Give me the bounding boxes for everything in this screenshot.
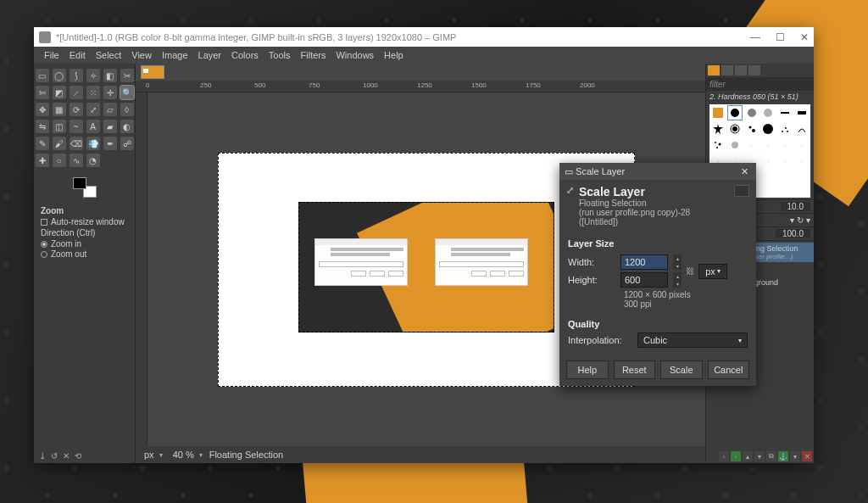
history-tab-icon[interactable]	[748, 65, 760, 75]
dialog-titlebar[interactable]: ▭ Scale Layer ✕	[559, 163, 756, 180]
zoom-selector[interactable]: 40 %▾	[170, 450, 203, 460]
clone-tool-icon[interactable]: ☍	[120, 137, 134, 150]
bucket-tool-icon[interactable]: ▰	[103, 120, 117, 133]
brush-thumb[interactable]: ·	[777, 137, 793, 153]
brush-thumb[interactable]	[743, 105, 760, 120]
interpolation-select[interactable]: Cubic▾	[637, 333, 748, 348]
new-group-icon[interactable]: ▫	[731, 451, 741, 461]
unit-selector[interactable]: px▾	[141, 450, 163, 460]
brush-thumb[interactable]	[727, 105, 743, 120]
fuzzy-select-tool-icon[interactable]: ✧	[86, 69, 100, 82]
menu-view[interactable]: View	[128, 48, 155, 62]
heal-tool-icon[interactable]: ✚	[36, 154, 49, 167]
align-tool-icon[interactable]: ▦	[53, 103, 66, 116]
brush-thumb[interactable]	[710, 105, 726, 120]
zoom-in-radio[interactable]: Zoom in	[41, 239, 128, 249]
dialog-close-button[interactable]: ✕	[737, 166, 751, 177]
text-tool-icon[interactable]: A	[86, 120, 100, 133]
brush-thumb[interactable]	[760, 105, 776, 120]
scale-tool-icon[interactable]: ⤢	[86, 103, 100, 116]
window-minimize-button[interactable]: —	[750, 31, 760, 43]
cage-tool-icon[interactable]: ◫	[53, 120, 66, 133]
brush-thumb[interactable]	[710, 137, 726, 153]
brush-thumb[interactable]	[760, 121, 776, 137]
brush-thumb[interactable]: ·	[743, 137, 760, 153]
smudge-tool-icon[interactable]: ∿	[70, 154, 83, 167]
zoom-out-radio[interactable]: Zoom out	[41, 249, 128, 259]
brush-thumb[interactable]: ·	[760, 154, 776, 169]
flip-tool-icon[interactable]: ⇋	[36, 120, 49, 133]
menu-filters[interactable]: Filters	[298, 48, 330, 62]
delete-layer-icon[interactable]: ✕	[802, 451, 812, 461]
brush-filter-input[interactable]: filter	[706, 77, 814, 91]
foreground-tool-icon[interactable]: ◩	[53, 86, 66, 99]
measure-tool-icon[interactable]: ✛	[103, 86, 117, 99]
help-button[interactable]: Help	[566, 360, 609, 379]
move-tool-icon[interactable]: ✥	[36, 103, 49, 116]
brush-thumb[interactable]	[743, 121, 760, 137]
horizontal-ruler[interactable]: 0 250 500 750 1000 1250 1500 1750 2000	[136, 81, 705, 92]
menu-select[interactable]: Select	[92, 48, 125, 62]
window-titlebar[interactable]: *[Untitled]-1.0 (RGB color 8-bit gamma i…	[34, 27, 814, 47]
brush-thumb[interactable]	[777, 121, 793, 137]
dialog-reset-icon[interactable]	[734, 185, 749, 197]
brush-thumb[interactable]	[727, 121, 743, 137]
new-layer-icon[interactable]: ▫	[719, 451, 729, 461]
menu-file[interactable]: File	[41, 48, 63, 62]
floating-selection-layer[interactable]	[298, 202, 554, 333]
brush-thumb[interactable]: ·	[793, 154, 810, 169]
brush-thumb[interactable]: ·	[777, 154, 793, 169]
zoom-tool-icon[interactable]: 🔍	[120, 86, 134, 99]
unit-select[interactable]: px▾	[698, 264, 727, 279]
shear-tool-icon[interactable]: ▱	[103, 103, 117, 116]
brush-thumb[interactable]	[793, 105, 810, 120]
auto-resize-checkbox[interactable]: Auto-resize window	[41, 217, 128, 226]
height-input[interactable]: 600	[620, 272, 668, 288]
brush-thumb[interactable]	[710, 121, 726, 137]
fg-color-swatch[interactable]	[73, 177, 86, 189]
patterns-tab-icon[interactable]	[721, 65, 733, 75]
link-chain-icon[interactable]: ⛓	[685, 256, 695, 287]
airbrush-tool-icon[interactable]: 💨	[86, 137, 100, 150]
window-maximize-button[interactable]: ☐	[776, 31, 785, 43]
reset-button[interactable]: Reset	[614, 360, 656, 379]
scissors-tool-icon[interactable]: ✄	[36, 86, 49, 99]
width-spinner[interactable]: ▴▾	[673, 254, 682, 270]
dock-delete-icon[interactable]: ✕	[63, 451, 70, 461]
rect-select-tool-icon[interactable]: ▭	[36, 69, 49, 82]
menu-help[interactable]: Help	[381, 48, 407, 62]
ink-tool-icon[interactable]: ✒	[103, 137, 117, 150]
brushes-tab-icon[interactable]	[708, 65, 720, 75]
warp-tool-icon[interactable]: ~	[70, 120, 83, 133]
cancel-button[interactable]: Cancel	[708, 360, 750, 379]
pencil-tool-icon[interactable]: ✎	[36, 137, 49, 150]
height-spinner[interactable]: ▴▾	[673, 272, 682, 288]
spacing-value[interactable]: 10.0	[781, 202, 810, 211]
dock-restore-icon[interactable]: ↺	[51, 451, 58, 461]
dock-reset-icon[interactable]: ⟲	[75, 451, 81, 461]
menu-tools[interactable]: Tools	[265, 48, 294, 62]
paths-tool-icon[interactable]: ⟋	[70, 86, 83, 99]
menu-layer[interactable]: Layer	[195, 48, 225, 62]
brush-thumb[interactable]	[777, 105, 793, 120]
fg-bg-color[interactable]	[73, 177, 97, 198]
menu-edit[interactable]: Edit	[66, 48, 89, 62]
brush-thumb[interactable]	[793, 121, 810, 137]
crop-tool-icon[interactable]: ✂	[120, 69, 134, 82]
image-tab[interactable]	[141, 65, 164, 79]
window-close-button[interactable]: ✕	[800, 31, 809, 43]
vertical-ruler[interactable]	[136, 92, 147, 446]
menu-image[interactable]: Image	[159, 48, 192, 62]
lower-layer-icon[interactable]: ▾	[754, 451, 765, 461]
blur-tool-icon[interactable]: ○	[53, 154, 66, 167]
merge-icon[interactable]: ▾	[790, 451, 800, 461]
gradient-tool-icon[interactable]: ◐	[120, 120, 134, 133]
rotate-tool-icon[interactable]: ⟳	[70, 103, 83, 116]
scale-button[interactable]: Scale	[660, 360, 703, 379]
eraser-tool-icon[interactable]: ⌫	[70, 137, 83, 150]
brush-thumb[interactable]	[727, 137, 743, 153]
width-input[interactable]: 1200	[620, 254, 668, 270]
dup-layer-icon[interactable]: ⧉	[766, 451, 776, 461]
brush-thumb[interactable]: ·	[760, 137, 776, 153]
dodge-tool-icon[interactable]: ◔	[86, 154, 100, 167]
